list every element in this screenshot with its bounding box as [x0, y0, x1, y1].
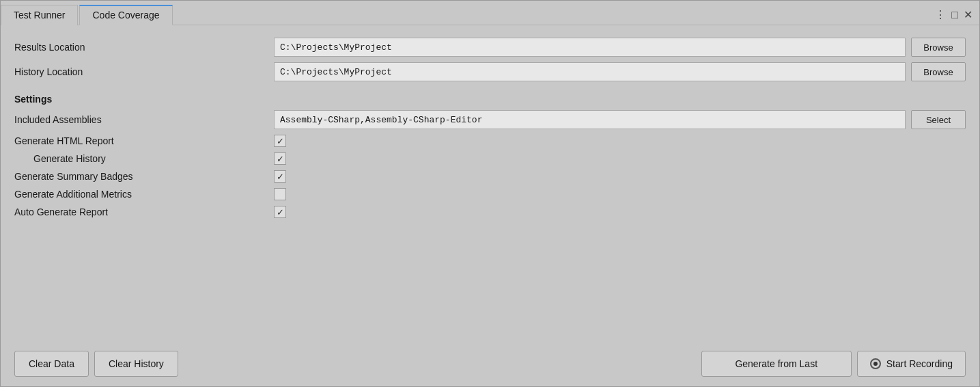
results-location-input[interactable]: [274, 38, 906, 57]
auto-gen-label: Auto Generate Report: [14, 206, 274, 217]
menu-icon[interactable]: ⋮: [935, 8, 946, 21]
history-location-label: History Location: [14, 66, 274, 77]
tab-bar: Test Runner Code Coverage: [1, 5, 174, 25]
history-location-browse-button[interactable]: Browse: [911, 62, 966, 81]
included-assemblies-input-row: Select: [274, 110, 966, 129]
generate-from-last-button[interactable]: Generate from Last: [701, 351, 852, 377]
settings-section-label: Settings: [14, 94, 274, 105]
bottom-right-actions: Generate from Last Start Recording: [701, 351, 966, 377]
gen-history-checkbox-wrapper: [274, 152, 286, 165]
gen-badges-checkbox-wrapper: [274, 170, 286, 183]
gen-html-checkbox[interactable]: [274, 135, 286, 147]
tab-code-coverage[interactable]: Code Coverage: [79, 5, 172, 25]
results-location-row: Results Location Browse: [14, 38, 966, 57]
content-area: Results Location Browse History Location…: [1, 25, 979, 344]
history-location-input[interactable]: [274, 62, 906, 81]
included-assemblies-input[interactable]: [274, 110, 906, 129]
clear-history-button[interactable]: Clear History: [94, 351, 178, 377]
history-location-row: History Location Browse: [14, 62, 966, 81]
auto-gen-checkbox-wrapper: [274, 206, 286, 218]
clear-data-button[interactable]: Clear Data: [14, 351, 89, 377]
settings-header-row: Settings: [14, 94, 966, 105]
results-location-label: Results Location: [14, 42, 274, 53]
gen-html-checkbox-wrapper: [274, 135, 286, 147]
close-icon[interactable]: ✕: [964, 8, 972, 21]
gen-metrics-row: Generate Additional Metrics: [14, 188, 966, 200]
gen-metrics-checkbox[interactable]: [274, 188, 286, 200]
gen-badges-row: Generate Summary Badges: [14, 170, 966, 183]
gen-badges-label: Generate Summary Badges: [14, 171, 274, 182]
gen-metrics-checkbox-wrapper: [274, 188, 286, 200]
gen-html-row: Generate HTML Report: [14, 135, 966, 147]
gen-history-checkbox[interactable]: [274, 152, 286, 165]
gen-badges-checkbox[interactable]: [274, 170, 286, 183]
tab-code-coverage-label: Code Coverage: [92, 10, 159, 21]
included-assemblies-row: Included Assemblies Select: [14, 110, 966, 129]
bottom-bar: Clear Data Clear History Generate from L…: [1, 344, 979, 386]
gen-history-label: Generate History: [14, 153, 274, 164]
radio-icon: [870, 358, 881, 369]
window-controls: ⋮ □ ✕: [935, 8, 972, 21]
results-location-browse-button[interactable]: Browse: [911, 38, 966, 57]
auto-gen-row: Auto Generate Report: [14, 206, 966, 218]
tab-test-runner-label: Test Runner: [14, 10, 65, 21]
auto-gen-checkbox[interactable]: [274, 206, 286, 218]
maximize-icon[interactable]: □: [951, 9, 958, 21]
title-bar: Test Runner Code Coverage ⋮ □ ✕: [1, 1, 979, 25]
start-recording-label: Start Recording: [886, 358, 953, 369]
included-assemblies-label: Included Assemblies: [14, 114, 274, 125]
results-location-input-row: Browse: [274, 38, 966, 57]
gen-html-label: Generate HTML Report: [14, 135, 274, 146]
start-recording-button[interactable]: Start Recording: [857, 351, 966, 377]
tab-test-runner[interactable]: Test Runner: [1, 5, 78, 25]
gen-metrics-label: Generate Additional Metrics: [14, 189, 274, 200]
included-assemblies-select-button[interactable]: Select: [911, 110, 966, 129]
history-location-input-row: Browse: [274, 62, 966, 81]
main-window: Test Runner Code Coverage ⋮ □ ✕ Results …: [0, 0, 980, 387]
gen-history-row: Generate History: [14, 152, 966, 165]
